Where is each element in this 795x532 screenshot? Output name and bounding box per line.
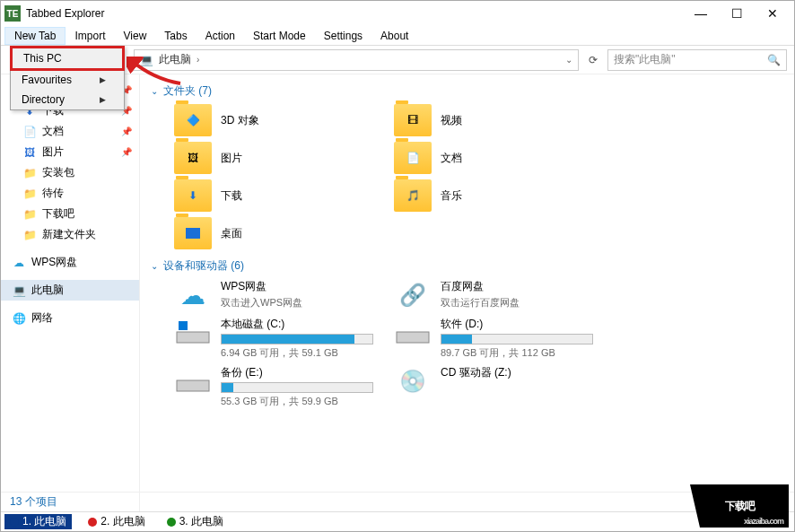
- group-folders-header[interactable]: ⌄文件夹 (7): [151, 80, 783, 102]
- cloud-icon: ☁: [174, 279, 212, 311]
- folder-pictures[interactable]: 🖼图片: [172, 140, 383, 176]
- sidebar-item-network[interactable]: 🌐网络: [1, 308, 139, 328]
- new-tab-dropdown: This PC Favourites▶ Directory▶: [10, 46, 125, 110]
- group-devices-header[interactable]: ⌄设备和驱动器 (6): [151, 255, 783, 277]
- pin-icon: 📌: [121, 147, 132, 157]
- drive-baidu[interactable]: 🔗百度网盘双击运行百度网盘: [392, 277, 603, 313]
- pin-icon: 📌: [121, 126, 132, 136]
- folder-icon: 📁: [22, 166, 37, 180]
- menu-action[interactable]: Action: [197, 28, 244, 44]
- status-bar: 13 个项目: [1, 492, 794, 511]
- sidebar-item-folder[interactable]: 📁安装包: [1, 162, 139, 183]
- menu-import[interactable]: Import: [66, 28, 114, 44]
- chevron-down-icon: ⌄: [151, 261, 158, 271]
- drive-wps[interactable]: ☁WPS网盘双击进入WPS网盘: [172, 277, 383, 313]
- svg-rect-3: [177, 380, 209, 391]
- submenu-arrow-icon: ▶: [100, 95, 106, 104]
- document-icon: 📄: [22, 125, 37, 139]
- watermark: 下载吧 xiazaiba.com: [690, 484, 789, 528]
- tab-bar: 1. 此电脑 2. 此电脑 3. 此电脑: [1, 511, 794, 531]
- close-button[interactable]: ✕: [755, 1, 791, 26]
- chevron-down-icon[interactable]: ⌄: [565, 55, 572, 65]
- menu-about[interactable]: About: [371, 28, 417, 44]
- breadcrumb[interactable]: 💻 此电脑 › ⌄: [134, 49, 579, 71]
- search-placeholder: 搜索"此电脑": [614, 52, 676, 67]
- group-devices-title: 设备和驱动器 (6): [163, 258, 244, 274]
- window-title: Tabbed Explorer: [26, 7, 683, 20]
- folder-icon: 📁: [22, 187, 37, 201]
- folder-downloads[interactable]: ⬇下载: [172, 178, 383, 214]
- titlebar: TE Tabbed Explorer — ☐ ✕: [1, 1, 794, 26]
- dropdown-favourites-label: Favourites: [22, 74, 72, 86]
- folder-videos[interactable]: 🎞视频: [392, 102, 603, 138]
- chevron-right-icon: ›: [197, 55, 199, 65]
- annotation-arrow: [127, 57, 189, 92]
- drive-icon: [174, 317, 212, 349]
- folder-icon: 🖼: [174, 142, 212, 174]
- drive-e[interactable]: 备份 (E:)55.3 GB 可用，共 59.9 GB: [172, 363, 383, 410]
- folder-icon: 📁: [22, 207, 37, 222]
- search-icon: 🔍: [767, 54, 781, 66]
- sidebar-item-pictures[interactable]: 🖼图片📌: [1, 142, 139, 162]
- tab-3[interactable]: 3. 此电脑: [162, 514, 229, 529]
- menu-settings[interactable]: Settings: [315, 28, 371, 44]
- folder-icon: 🎵: [394, 179, 432, 212]
- minimize-button[interactable]: —: [683, 1, 719, 26]
- dropdown-directory[interactable]: Directory▶: [11, 90, 124, 109]
- dropdown-this-pc-label: This PC: [23, 52, 62, 65]
- body: 🖥桌面📌 ⬇下载📌 📄文档📌 🖼图片📌 📁安装包 📁待传 📁下载吧 📁新建文件夹…: [1, 74, 794, 514]
- tab-1[interactable]: 1. 此电脑: [4, 514, 72, 529]
- sidebar-item-folder[interactable]: 📁待传: [1, 183, 139, 204]
- network-icon: 🌐: [12, 311, 26, 326]
- folder-icon: 📄: [394, 142, 432, 174]
- capacity-bar: [221, 382, 373, 393]
- pc-icon: 💻: [12, 283, 26, 298]
- sidebar-item-this-pc[interactable]: 💻此电脑: [1, 280, 139, 301]
- folders-grid: 🔷3D 对象 🎞视频 🖼图片 📄文档 ⬇下载 🎵音乐 桌面: [172, 102, 783, 251]
- folder-icon: [174, 217, 212, 249]
- maximize-button[interactable]: ☐: [719, 1, 755, 26]
- drive-d[interactable]: 软件 (D:)89.7 GB 可用，共 112 GB: [392, 315, 603, 362]
- capacity-bar: [441, 334, 593, 344]
- sidebar-item-wps[interactable]: ☁WPS网盘: [1, 252, 139, 273]
- tab-2[interactable]: 2. 此电脑: [83, 514, 150, 529]
- tab-dot-icon: [167, 518, 176, 527]
- svg-rect-0: [177, 332, 209, 343]
- sidebar-item-folder[interactable]: 📁下载吧: [1, 204, 139, 224]
- tab-dot-icon: [88, 518, 97, 527]
- menu-view[interactable]: View: [115, 28, 156, 44]
- folder-music[interactable]: 🎵音乐: [392, 178, 603, 214]
- drive-icon: [174, 365, 212, 397]
- drive-c[interactable]: 本地磁盘 (C:)6.94 GB 可用，共 59.1 GB: [172, 315, 383, 362]
- menu-new-tab[interactable]: New Tab: [4, 27, 66, 45]
- svg-rect-1: [179, 321, 188, 330]
- folder-icon: ⬇: [174, 179, 212, 212]
- content-pane: ⌄文件夹 (7) 🔷3D 对象 🎞视频 🖼图片 📄文档 ⬇下载 🎵音乐 桌面 ⌄…: [140, 74, 794, 514]
- drives-grid: ☁WPS网盘双击进入WPS网盘 🔗百度网盘双击运行百度网盘 本地磁盘 (C:)6…: [172, 277, 783, 410]
- refresh-button[interactable]: ⟳: [582, 49, 604, 71]
- menu-start-mode[interactable]: Start Mode: [244, 28, 315, 44]
- drive-cd[interactable]: 💿CD 驱动器 (Z:): [392, 363, 603, 410]
- folder-icon: 🎞: [394, 104, 432, 136]
- drive-icon: [394, 317, 432, 349]
- folder-documents[interactable]: 📄文档: [392, 140, 603, 176]
- tab-dot-icon: [10, 518, 19, 527]
- folder-3d-objects[interactable]: 🔷3D 对象: [172, 102, 383, 138]
- dropdown-directory-label: Directory: [22, 93, 65, 106]
- status-text: 13 个项目: [10, 494, 57, 510]
- dropdown-this-pc[interactable]: This PC: [11, 47, 124, 70]
- capacity-bar: [221, 334, 373, 344]
- dropdown-favourites[interactable]: Favourites▶: [11, 70, 124, 90]
- folder-icon: 📁: [22, 228, 37, 242]
- search-input[interactable]: 搜索"此电脑" 🔍: [607, 49, 787, 71]
- picture-icon: 🖼: [22, 145, 37, 160]
- disc-icon: 💿: [394, 365, 432, 397]
- sidebar-item-folder[interactable]: 📁新建文件夹: [1, 224, 139, 245]
- app-icon: TE: [4, 5, 21, 22]
- cloud-icon: ☁: [12, 256, 26, 270]
- sidebar-item-documents[interactable]: 📄文档📌: [1, 121, 139, 142]
- folder-icon: 🔷: [174, 104, 212, 136]
- menu-tabs[interactable]: Tabs: [155, 28, 196, 44]
- baidu-icon: 🔗: [394, 279, 432, 311]
- folder-desktop[interactable]: 桌面: [172, 215, 383, 251]
